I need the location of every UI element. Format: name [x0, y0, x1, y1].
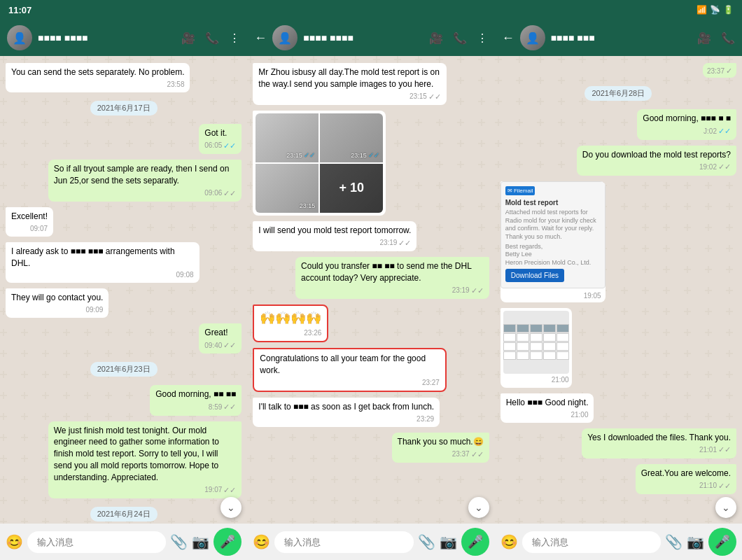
photo-cell[interactable]: 23:15 ✓✓	[320, 113, 383, 162]
msg-text: I'll talk to ■■■ as soon as I get back f…	[258, 402, 434, 412]
scroll-down-btn-2[interactable]: ⌄	[468, 497, 489, 518]
back-btn-2[interactable]: ←	[254, 31, 267, 46]
emoji-icon[interactable]: 😊	[6, 533, 23, 550]
msg-time: 19:07	[204, 485, 222, 495]
contact-name-1: ■■■■ ■■■■	[38, 32, 176, 43]
photo-cell[interactable]: 23:15	[255, 164, 318, 213]
bubble: Good morning, ■■ ■■ 8:59 ✓✓	[150, 385, 241, 415]
bubble: Excellent! 09:07	[6, 207, 53, 237]
message-input-1[interactable]	[27, 531, 166, 553]
photo-cell[interactable]: 23:15 ✓✓	[255, 113, 318, 162]
bubble: I will send you mold test report tomorro…	[253, 221, 416, 251]
msg-row: They will go contact you. 09:09	[6, 288, 241, 318]
more-icon[interactable]: ⋮	[229, 31, 240, 45]
input-bar-3: 😊 📎 📷 🎤	[495, 524, 742, 560]
bubble: We just finish mold test tonight. Our mo…	[48, 421, 242, 498]
panel-1: 👤 ■■■■ ■■■■ 🎥 📞 ⋮ You can send the sets …	[0, 20, 247, 560]
download-btn[interactable]: Download Files	[505, 269, 564, 282]
msg-time: 23:58	[167, 80, 184, 90]
header-icons-2: 🎥 📞 ⋮	[429, 31, 488, 45]
msg-time: 23:29	[416, 414, 434, 424]
spreadsheet-preview[interactable]	[503, 311, 569, 374]
photo-cell-more[interactable]: + 10	[320, 164, 383, 213]
msg-time: 21:10	[699, 481, 717, 491]
bubble: Do you download the mold test reports? 1…	[577, 146, 736, 176]
msg-time: 21:01	[699, 445, 717, 455]
emoji-icon-2[interactable]: 😊	[253, 533, 270, 550]
ss-cell	[556, 324, 569, 332]
msg-text: Good morning, ■■■ ■ ■	[643, 113, 731, 123]
video-call-icon-3[interactable]: 🎥	[697, 31, 711, 45]
msg-text: Great.You are welcome.	[641, 468, 731, 478]
attach-icon-2[interactable]: 📎	[418, 533, 435, 550]
back-btn-3[interactable]: ←	[502, 31, 514, 46]
msg-time: 23:37	[452, 449, 470, 459]
msg-row: Could you transfer ■■ ■■ to send me the …	[253, 257, 489, 299]
msg-ticks: ✓✓	[223, 485, 236, 496]
msg-time: 21:00	[552, 375, 569, 385]
call-icon-3[interactable]: 📞	[721, 31, 735, 45]
ss-cell	[503, 342, 516, 351]
call-icon-2[interactable]: 📞	[453, 31, 467, 45]
msg-text: Yes I downloaded the files. Thank you.	[587, 433, 731, 442]
msg-ticks: ✓✓	[223, 188, 236, 199]
msg-row: I'll talk to ■■■ as soon as I get back f…	[253, 398, 489, 427]
msg-time: 19:05	[584, 291, 601, 301]
msg-ticks: ✓✓	[471, 286, 484, 296]
ss-cell	[530, 351, 542, 360]
photo-time: 23:15 ✓✓	[286, 150, 315, 160]
attach-icon-3[interactable]: 📎	[665, 533, 682, 550]
msg-text: Could you transfer ■■ ■■ to send me the …	[301, 261, 471, 283]
msg-time: 09:40	[204, 341, 222, 351]
contact-name-3: ■■■■ ■■■	[551, 32, 692, 43]
camera-icon[interactable]: 📷	[192, 533, 209, 550]
video-call-icon[interactable]: 🎥	[181, 31, 195, 45]
message-input-2[interactable]	[274, 531, 413, 553]
ss-grid	[503, 324, 569, 360]
ss-cell	[556, 351, 569, 360]
msg-text: 🙌🙌🙌🙌	[260, 311, 321, 325]
ss-cell	[517, 333, 529, 342]
filemail-preview[interactable]: ✉ Filemail Mold test report Attached mol…	[500, 181, 606, 288]
msg-row: Good morning, ■■■ ■ ■ J:02 ✓✓	[500, 109, 736, 139]
bubble: Got it. 06:05 ✓✓	[199, 124, 241, 154]
chat-header-3: ← 👤 ■■■■ ■■■ 🎥 📞	[495, 20, 742, 56]
date-pill: 2021年6月17日	[90, 101, 158, 115]
msg-row: Yes I downloaded the files. Thank you. 2…	[500, 428, 736, 458]
bubble: Great! 09:40 ✓✓	[199, 323, 241, 354]
chat-header-1: 👤 ■■■■ ■■■■ 🎥 📞 ⋮	[0, 20, 247, 56]
message-input-3[interactable]	[522, 531, 661, 553]
mic-btn-1[interactable]: 🎤	[214, 528, 241, 556]
bubble: I'll talk to ■■■ as soon as I get back f…	[253, 398, 440, 427]
msg-text: We just finish mold test tonight. Our mo…	[54, 426, 219, 482]
msg-ticks: ✓✓	[223, 340, 236, 351]
header-info-1: ■■■■ ■■■■	[38, 32, 176, 43]
ss-cell	[503, 324, 516, 332]
attach-icon[interactable]: 📎	[170, 533, 188, 550]
spreadsheet-bubble: 21:00	[500, 308, 572, 388]
msg-row: Hello ■■■ Good night. 21:00	[500, 393, 736, 423]
chat-header-2: ← 👤 ■■■■ ■■■■ 🎥 📞 ⋮	[247, 20, 494, 56]
input-bar-1: 😊 📎 📷 🎤	[0, 524, 247, 560]
msg-row: We just finish mold test tonight. Our mo…	[6, 421, 241, 498]
msg-time: 23:19	[452, 286, 470, 295]
msg-row: Great.You are welcome. 21:10 ✓✓	[500, 464, 736, 494]
battery-icon: 🔋	[723, 5, 734, 15]
call-icon[interactable]: 📞	[205, 31, 219, 45]
msg-ticks: ✓✓	[428, 92, 441, 102]
msg-text: So if all tryout sample are ready, then …	[54, 164, 230, 186]
header-info-3: ■■■■ ■■■	[551, 32, 692, 43]
camera-icon-3[interactable]: 📷	[687, 533, 704, 550]
avatar-2: 👤	[272, 25, 298, 50]
mic-btn-3[interactable]: 🎤	[708, 528, 736, 556]
video-call-icon-2[interactable]: 🎥	[429, 31, 443, 45]
mic-btn-2[interactable]: 🎤	[461, 528, 489, 556]
scroll-down-btn-3[interactable]: ⌄	[715, 497, 736, 518]
ss-cell	[517, 351, 529, 360]
more-icon-2[interactable]: ⋮	[477, 31, 488, 45]
bubble: I already ask to ■■■ ■■■ arrangements wi…	[6, 242, 200, 284]
camera-icon-2[interactable]: 📷	[440, 533, 457, 550]
msg-row: I already ask to ■■■ ■■■ arrangements wi…	[6, 242, 241, 284]
msg-row-highlighted-2: Congratulations to all your team for the…	[253, 348, 489, 392]
emoji-icon-3[interactable]: 😊	[500, 533, 518, 550]
